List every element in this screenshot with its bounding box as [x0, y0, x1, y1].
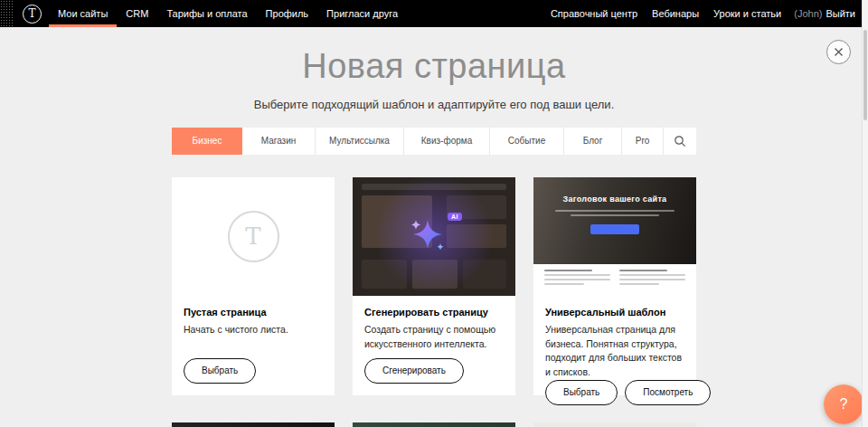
help-button[interactable]: ? [824, 384, 863, 424]
preview-text-section [533, 264, 696, 296]
blank-page-preview: T [172, 177, 335, 296]
template-preview [353, 422, 515, 427]
preview-text-column [544, 270, 610, 290]
select-blank-page-button[interactable]: Выбрать [184, 358, 256, 384]
top-navigation-bar: T Мои сайты CRM Тарифы и оплата Профиль … [0, 0, 868, 27]
card-title: Пустая страница [184, 307, 323, 318]
scrollbar-track[interactable] [862, 0, 868, 427]
close-button[interactable] [826, 40, 851, 64]
tilda-logo-letter: T [28, 8, 35, 19]
placeholder-line [619, 283, 659, 285]
tilda-logo[interactable]: T [23, 5, 42, 24]
nav-profile[interactable]: Профиль [257, 0, 318, 27]
generate-page-button[interactable]: Сгенерировать [364, 358, 464, 384]
tab-pro[interactable]: Pro [622, 128, 664, 155]
main-nav: Мои сайты CRM Тарифы и оплата Профиль Пр… [49, 0, 407, 27]
nav-tariffs-and-payment[interactable]: Тарифы и оплата [157, 0, 256, 27]
placeholder-line [544, 270, 592, 271]
view-universal-template-button[interactable]: Посмотреть [625, 380, 711, 405]
card-body: Сгенерировать страницу Создать страницу … [353, 296, 515, 395]
card-actions: Сгенерировать [364, 358, 504, 384]
placeholder-line [555, 210, 675, 212]
tilda-mark-icon: T [228, 211, 279, 262]
preview-hero-section: Заголовок вашего сайта [533, 177, 696, 264]
tab-business[interactable]: Бизнес [172, 128, 242, 155]
card-title: Универсальный шаблон [545, 307, 684, 318]
placeholder-line [619, 279, 685, 280]
card-description: Универсальная страница для бизнеса. Поня… [545, 323, 684, 380]
ai-badge: AI [448, 213, 462, 221]
tab-multilink[interactable]: Мультиссылка [316, 128, 404, 155]
preview-cta-button [590, 224, 639, 234]
placeholder-line [619, 274, 685, 276]
card-body: Универсальный шаблон Универсальная стран… [533, 296, 696, 417]
close-icon [834, 47, 844, 57]
template-card[interactable] [353, 422, 515, 427]
page-subtitle: Выберите подходящий шаблон и адаптируйте… [0, 98, 868, 111]
template-preview [533, 422, 696, 427]
tab-quiz-form[interactable]: Квиз-форма [404, 128, 490, 155]
nav-crm[interactable]: CRM [117, 0, 157, 27]
tab-blog[interactable]: Блог [564, 128, 622, 155]
template-cards-grid: T Пустая страница Начать с чистого листа… [172, 177, 696, 427]
card-actions: Выбрать Посмотреть [545, 380, 684, 405]
search-icon [674, 135, 686, 147]
tab-event[interactable]: Событие [490, 128, 564, 155]
tab-shop[interactable]: Магазин [242, 128, 316, 155]
tilda-mark-letter: T [245, 223, 260, 250]
nav-my-sites[interactable]: Мои сайты [49, 0, 117, 27]
placeholder-line [544, 283, 584, 285]
template-card[interactable] [172, 422, 335, 427]
page-title: Новая страница [0, 48, 868, 86]
template-category-tabs: Бизнес Магазин Мультиссылка Квиз-форма С… [172, 128, 696, 155]
nav-invite-friend[interactable]: Пригласи друга [317, 0, 407, 27]
select-universal-template-button[interactable]: Выбрать [545, 380, 618, 405]
placeholder-line [544, 279, 610, 280]
logout-link[interactable]: Выйти [826, 8, 855, 19]
nav-help-center[interactable]: Справочный центр [543, 8, 645, 19]
universal-template-preview: Заголовок вашего сайта [533, 177, 696, 296]
template-card-ai-generate[interactable]: AI Сгенерировать страницу Создать страни… [353, 177, 515, 395]
card-description: Создать страницу с помощью искусственног… [364, 323, 504, 352]
preview-site-heading: Заголовок вашего сайта [563, 195, 667, 204]
corner-pattern-decoration [0, 0, 14, 27]
scrollbar-thumb[interactable] [863, 30, 867, 120]
template-card-universal[interactable]: Заголовок вашего сайта [533, 177, 696, 395]
placeholder-line [544, 274, 610, 276]
secondary-nav: Справочный центр Вебинары Уроки и статьи… [543, 0, 868, 27]
ai-sparkle-icon: AI [408, 214, 460, 259]
ai-generate-preview: AI [353, 177, 515, 296]
nav-webinars[interactable]: Вебинары [645, 8, 706, 19]
card-title: Сгенерировать страницу [364, 307, 504, 318]
nav-lessons-articles[interactable]: Уроки и статьи [706, 8, 788, 19]
tab-search[interactable] [664, 128, 696, 155]
placeholder-line [571, 214, 659, 216]
card-description: Начать с чистого листа. [184, 323, 323, 337]
template-preview [172, 422, 335, 427]
template-card-blank-page[interactable]: T Пустая страница Начать с чистого листа… [172, 177, 335, 395]
card-actions: Выбрать [184, 358, 323, 384]
card-body: Пустая страница Начать с чистого листа. … [172, 296, 335, 395]
template-card[interactable] [533, 422, 696, 427]
user-name: (John) [794, 8, 822, 19]
placeholder-line [619, 270, 667, 271]
preview-text-column [619, 270, 685, 290]
